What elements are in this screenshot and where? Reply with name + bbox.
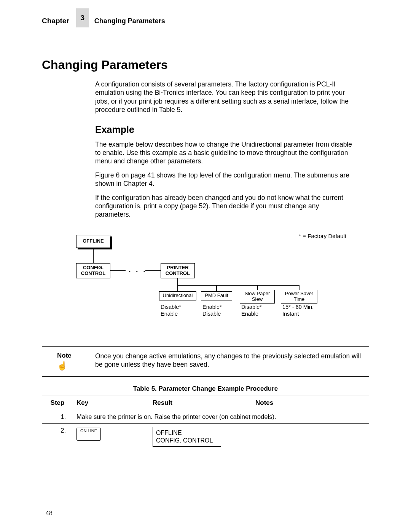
hand-pointer-icon: ☝ — [57, 361, 84, 371]
table-caption: Table 5. Parameter Change Example Proced… — [42, 385, 369, 393]
cell-key-2: ON LINE — [73, 424, 149, 444]
diagram-leaf-slow-paper-slew-opt2: Enable — [241, 310, 258, 318]
diagram-leaf-slow-paper-slew-opt1: Disable* — [241, 304, 262, 311]
intro-paragraph: A configuration consists of several para… — [95, 80, 354, 114]
section-heading: Changing Parameters — [42, 58, 369, 73]
diagram-leaf-unidirectional-opt2: Enable — [161, 310, 178, 318]
cell-instruction-1: Make sure the printer is on. Raise the p… — [73, 410, 369, 423]
cell-notes-2 — [252, 424, 369, 430]
chapter-label: Chapter — [42, 17, 69, 25]
example-heading: Example — [95, 123, 354, 136]
menu-tree-diagram: * = Factory Default OFFLINE CONFIG. CONT… — [61, 228, 369, 331]
diagram-leaf-power-saver-time: Power Saver Time — [281, 290, 317, 304]
diagram-leaf-power-saver-time-opt2: Instant — [282, 310, 299, 318]
diagram-node-printer-control: PRINTER CONTROL — [161, 263, 195, 278]
lcd-display-box: OFFLINE CONFIG. CONTROL — [153, 427, 221, 447]
note-label: Note — [57, 352, 84, 359]
diagram-node-config-control: CONFIG. CONTROL — [76, 263, 110, 278]
diagram-leaf-pmd-fault-opt1: Enable* — [202, 304, 222, 311]
cell-step-1: 1. — [42, 410, 73, 423]
online-key-icon: ON LINE — [76, 428, 101, 441]
lcd-line-1: OFFLINE — [156, 429, 218, 437]
page-header: Chapter 3 Changing Parameters — [42, 14, 369, 27]
note-block: Note ☝ Once you change active emulations… — [42, 346, 369, 377]
example-paragraph-1: The example below describes how to chang… — [95, 140, 354, 166]
example-paragraph-2: Figure 6 on page 41 shows the top level … — [95, 171, 354, 188]
diagram-leaf-power-saver-time-opt1: 15* - 60 Min. — [282, 304, 314, 311]
diagram-leaf-unidirectional-opt1: Disable* — [161, 304, 181, 311]
note-text: Once you change active emulations, any c… — [95, 352, 369, 371]
diagram-legend: * = Factory Default — [299, 233, 346, 239]
diagram-leaf-unidirectional: Unidirectional — [159, 291, 196, 300]
chapter-number-tab: 3 — [76, 8, 89, 27]
diagram-leaf-pmd-fault-opt2: Disable — [202, 310, 221, 318]
example-paragraph-3: If the configuration has already been ch… — [95, 193, 354, 219]
cell-result-2: OFFLINE CONFIG. CONTROL — [149, 424, 252, 450]
lcd-line-2: CONFIG. CONTROL — [156, 437, 218, 444]
procedure-table: Step Key Result Notes 1. Make sure the p… — [42, 396, 369, 450]
diagram-leaf-pmd-fault: PMD Fault — [201, 291, 232, 300]
chapter-title: Changing Parameters — [94, 17, 165, 25]
th-notes: Notes — [252, 396, 369, 410]
page-number: 48 — [46, 510, 53, 517]
cell-step-2: 2. — [42, 424, 73, 437]
diagram-node-offline: OFFLINE — [76, 235, 110, 248]
th-result: Result — [149, 396, 252, 410]
diagram-ellipsis: . . . — [129, 265, 147, 274]
table-header-row: Step Key Result Notes — [42, 396, 369, 410]
table-row: 2. ON LINE OFFLINE CONFIG. CONTROL — [42, 424, 369, 450]
th-key: Key — [73, 396, 149, 410]
diagram-leaf-slow-paper-slew: Slow Paper Slew — [240, 290, 275, 304]
table-row: 1. Make sure the printer is on. Raise th… — [42, 410, 369, 424]
th-step: Step — [42, 396, 73, 410]
